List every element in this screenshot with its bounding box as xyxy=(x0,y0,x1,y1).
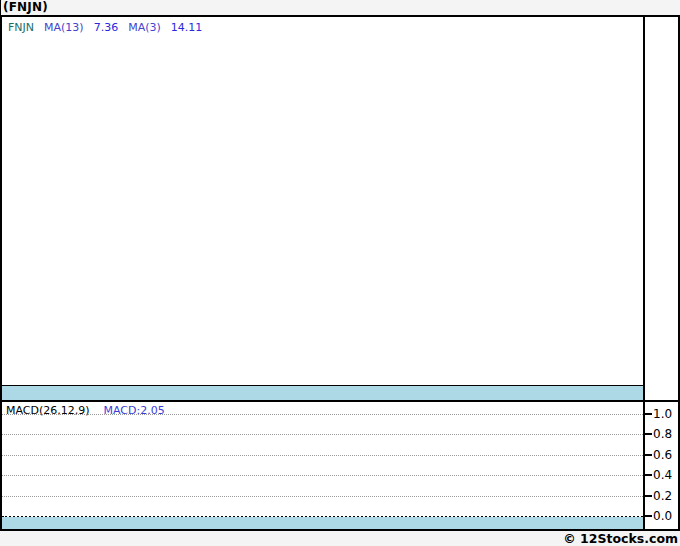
gridline-0.4 xyxy=(2,475,643,476)
y-axis-line xyxy=(643,17,645,529)
y-tick-label: 0.2 xyxy=(653,489,679,503)
left-border-segment xyxy=(0,0,1,15)
legend-ma13-label: MA(13) xyxy=(44,21,84,34)
legend-ma3-label: MA(3) xyxy=(128,21,161,34)
tick-mark xyxy=(643,474,652,476)
tick-mark xyxy=(643,433,652,435)
gridline-1.0 xyxy=(2,414,643,415)
y-tick-label: 0.0 xyxy=(653,509,679,523)
panel-separator-line xyxy=(2,400,678,402)
tick-mark xyxy=(643,495,652,497)
legend-ticker: FNJN xyxy=(8,21,34,34)
y-tick-label: 0.6 xyxy=(653,448,679,462)
stock-chart-widget: (FNJN) FNJNMA(13)7.36MA(3)14.11 MACD(26,… xyxy=(0,0,680,546)
panel-band-bottom xyxy=(2,517,643,529)
gridline-0.6 xyxy=(2,455,643,456)
gridline-0.2 xyxy=(2,496,643,497)
macd-legend: MACD(26,12,9)MACD:2.05 xyxy=(6,404,165,417)
tick-mark xyxy=(643,454,652,456)
price-legend: FNJNMA(13)7.36MA(3)14.11 xyxy=(8,21,202,34)
watermark-credit: © 12Stocks.com xyxy=(563,531,678,546)
legend-ma3-value: 14.11 xyxy=(171,21,203,34)
macd-indicator-label: MACD(26,12,9) xyxy=(6,404,90,417)
tick-mark xyxy=(643,413,652,415)
macd-indicator-value: MACD:2.05 xyxy=(104,404,165,417)
legend-ma13-value: 7.36 xyxy=(94,21,119,34)
page-title: (FNJN) xyxy=(3,0,48,15)
chart-frame: FNJNMA(13)7.36MA(3)14.11 MACD(26,12,9)MA… xyxy=(0,15,680,531)
tick-mark xyxy=(643,515,652,517)
y-tick-label: 0.4 xyxy=(653,468,679,482)
y-tick-label: 0.8 xyxy=(653,427,679,441)
panel-band-top xyxy=(2,385,643,400)
gridline-0.8 xyxy=(2,434,643,435)
y-tick-label: 1.0 xyxy=(653,407,679,421)
